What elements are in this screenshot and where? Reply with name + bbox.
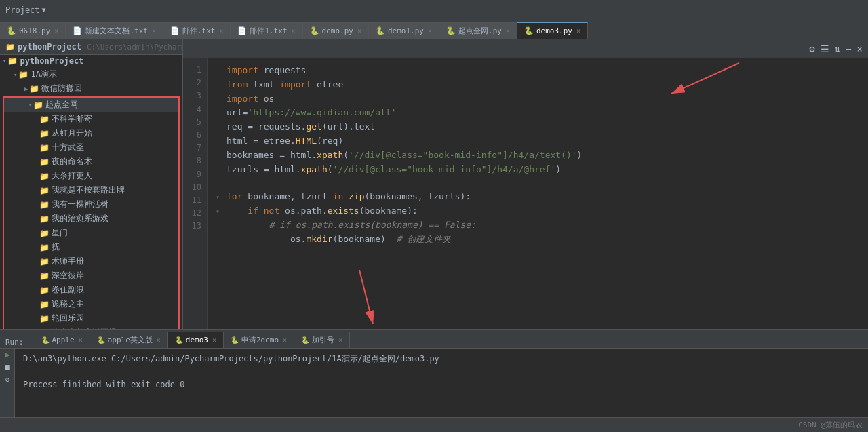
settings-icon[interactable]: ⚙: [809, 43, 814, 54]
tab-close-demo1py[interactable]: ×: [428, 27, 432, 35]
tab-icon: 📄: [170, 26, 180, 35]
run-tab-jiayinhao[interactable]: 🐍 加引号 ×: [294, 332, 350, 348]
folder-icon: 📁: [39, 257, 50, 267]
run-tab-apple[interactable]: 🐍 Apple ×: [35, 332, 90, 348]
code-text: # if os.path.exists(bookname) == False:: [226, 218, 476, 233]
tab-close-demopy[interactable]: ×: [357, 27, 361, 35]
code-content[interactable]: import requests from lxml import etree i…: [208, 58, 868, 329]
tab-close-demo3py[interactable]: ×: [576, 27, 580, 35]
item-label: 我就是不按套路出牌: [52, 184, 125, 196]
python-icon: 🐍: [231, 336, 239, 344]
editor-wrapper: ⚙ ☰ ⇅ − × 1 2 3 4 5 6 7 8 9 10: [183, 39, 868, 329]
tab-0618py[interactable]: 🐍 0618.py ×: [0, 22, 66, 39]
item-label: 抚: [52, 241, 60, 253]
tab-mailtxt[interactable]: 📄 邮件.txt ×: [163, 22, 231, 39]
project-chevron[interactable]: ▼: [42, 6, 46, 14]
list-icon[interactable]: ☰: [821, 43, 829, 54]
sidebar-item-yemingms[interactable]: 📁 夜的命名术: [4, 155, 178, 169]
run-tab-close-apple-en[interactable]: ×: [157, 336, 161, 344]
python-icon: 🐍: [41, 336, 50, 344]
sidebar-item-pythonproject[interactable]: ▾ 📁 pythonProject: [0, 55, 182, 67]
code-text: req = requests.get(url).text: [226, 120, 375, 134]
code-text: from lxml import etree: [226, 78, 343, 92]
tab-close-newtxt[interactable]: ×: [152, 27, 156, 35]
tab-close-qidianpy[interactable]: ×: [506, 27, 510, 35]
sidebar-item-lunhuily[interactable]: 📁 轮回乐园: [4, 311, 178, 326]
run-tab-close-apple[interactable]: ×: [79, 336, 83, 344]
sidebar: 📁 pythonProject C:\Users\admin\PycharmPr…: [0, 39, 183, 329]
run-tab-close-jiayinhao[interactable]: ×: [338, 336, 342, 344]
tab-close-0618py[interactable]: ×: [54, 27, 58, 35]
code-text: if not os.path.exists(bookname):: [226, 204, 418, 218]
sidebar-header: 📁 pythonProject C:\Users\admin\PycharmPr…: [0, 39, 182, 55]
code-line-5: req = requests.get(url).text: [216, 120, 860, 134]
sidebar-item-mushsh[interactable]: 📁 术师手册: [4, 254, 178, 269]
tab-close-mail1txt[interactable]: ×: [292, 27, 296, 35]
item-label: 术师手册: [52, 256, 84, 267]
run-tab-close-demo3[interactable]: ×: [212, 336, 216, 344]
sidebar-item-1ademo[interactable]: ▾ 📁 1A演示: [0, 67, 182, 81]
sidebar-item-dajiren[interactable]: 📁 大杀打更人: [4, 169, 178, 183]
sidebar-item-wodetcy[interactable]: 📁 我的治愈系游戏: [4, 212, 178, 226]
item-label: 大杀打更人: [52, 170, 92, 182]
item-label: 轮回乐园: [52, 313, 84, 324]
sidebar-item-bkxb[interactable]: 📁 不科学邮寄: [4, 112, 178, 126]
split-icon[interactable]: ⇅: [835, 43, 840, 54]
folder-icon: 📁: [39, 200, 50, 210]
sidebar-item-juzhifl[interactable]: 📁 卷住副浪: [4, 283, 178, 297]
tab-mail1txt[interactable]: 📄 邮件1.txt ×: [231, 22, 302, 39]
run-tab-demo3[interactable]: 🐍 demo3 ×: [168, 332, 224, 348]
sidebar-item-qidian[interactable]: ▾ 📁 起点全网: [4, 98, 178, 112]
tab-close-mailtxt[interactable]: ×: [219, 27, 223, 35]
minus-icon[interactable]: −: [846, 43, 851, 54]
item-label: 不科学邮寄: [52, 113, 92, 125]
close-icon[interactable]: ×: [857, 43, 863, 54]
tab-demo3py[interactable]: 🐍 demo3.py ×: [517, 22, 588, 39]
sidebar-item-shifang[interactable]: 📁 十方武圣: [4, 140, 178, 155]
tab-newtxt[interactable]: 📄 新建文本文档.txt ×: [66, 22, 163, 39]
fold-btn[interactable]: ▾: [216, 192, 224, 203]
code-text: os.mkdir(bookname) # 创建文件夹: [226, 233, 451, 247]
sidebar-item-xingmen[interactable]: 📁 星门: [4, 226, 178, 240]
item-label: 从虹月开始: [52, 127, 92, 139]
folder-icon: 📁: [39, 271, 50, 281]
sidebar-item-shenmi[interactable]: 📁 诡秘之主: [4, 297, 178, 311]
folder-icon: 📁: [39, 243, 50, 252]
item-label: 诡秘之主: [52, 298, 84, 310]
code-line-2: from lxml import etree: [216, 78, 860, 92]
code-line-4: url='https://www.qidian.com/all': [216, 106, 860, 120]
tab-demo1py[interactable]: 🐍 demo1.py ×: [369, 22, 439, 39]
code-editor[interactable]: 1 2 3 4 5 6 7 8 9 10 11 12 13: [183, 58, 868, 329]
sidebar-item-weixin[interactable]: ▶ 📁 微信防撤回: [0, 81, 182, 96]
tab-qidianpy[interactable]: 🐍 起点全网.py ×: [439, 22, 517, 39]
run-blank-line: [23, 366, 860, 378]
run-tabs: Run: 🐍 Apple × 🐍 apple英文版 × 🐍 demo3 × 🐍 …: [0, 330, 868, 349]
run-tab-label-apple: Apple: [52, 336, 75, 345]
run-tab-label-shen2demo: 申请2demo: [241, 335, 279, 345]
run-play-btn[interactable]: ▶: [3, 350, 12, 359]
fold-btn[interactable]: ▾: [216, 206, 224, 217]
code-line-7: booknames = html.xpath('//div[@class="bo…: [216, 149, 860, 163]
code-text: tzurls = html.xpath('//div[@class="book-…: [226, 163, 561, 177]
run-tab-apple-en[interactable]: 🐍 apple英文版 ×: [90, 332, 168, 348]
folder-icon: 📁: [18, 70, 28, 79]
run-content-area: ▶ ■ ↺ D:\an3\python.exe C:/Users/admin/P…: [0, 349, 868, 417]
project-label: Project: [5, 5, 40, 15]
sidebar-item-wojiushi[interactable]: 📁 我就是不按套路出牌: [4, 183, 178, 197]
run-tab-shen2demo[interactable]: 🐍 申请2demo ×: [224, 332, 294, 348]
arrow-icon: ▾: [28, 102, 32, 109]
run-tab-close-shen2demo[interactable]: ×: [283, 336, 287, 344]
tab-icon: 📄: [73, 26, 82, 35]
sidebar-item-shenkong[interactable]: 📁 深空彼岸: [4, 269, 178, 283]
item-label: 1A演示: [31, 68, 56, 80]
sidebar-item-fu[interactable]: 📁 抚: [4, 240, 178, 254]
folder-icon: 📁: [39, 214, 50, 224]
run-stop-btn[interactable]: ■: [3, 362, 12, 372]
run-rerun-btn[interactable]: ↺: [3, 374, 12, 384]
editor-toolbar: ⚙ ☰ ⇅ − ×: [183, 39, 868, 58]
sidebar-tree: ▾ 📁 pythonProject ▾ 📁 1A演示 ▶ 📁 微信防撤回: [0, 55, 182, 329]
item-label: 十方武圣: [52, 142, 84, 153]
sidebar-item-cohong[interactable]: 📁 从虹月开始: [4, 126, 178, 140]
sidebar-item-woyiyike[interactable]: 📁 我有一棵神活树: [4, 197, 178, 212]
tab-demopy[interactable]: 🐍 demo.py ×: [303, 22, 369, 39]
